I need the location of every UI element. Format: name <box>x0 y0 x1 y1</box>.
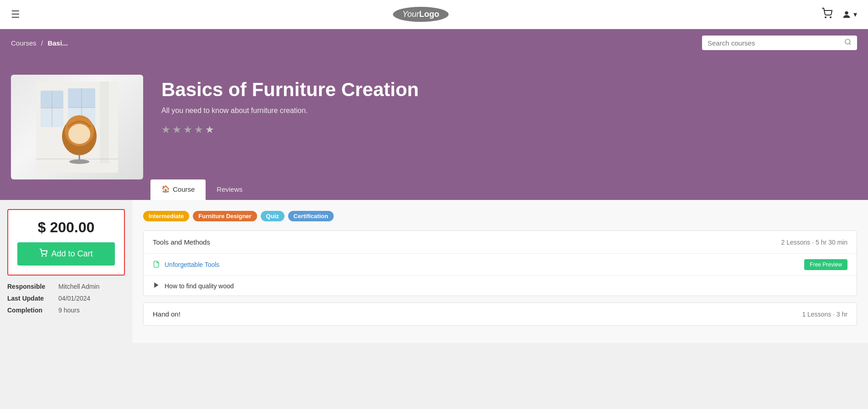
tag-quiz[interactable]: Quiz <box>261 211 284 221</box>
tags-row: Intermediate Furniture Designer Quiz Cer… <box>143 211 857 221</box>
logo-oval: YourLogo <box>393 7 448 22</box>
hamburger-icon[interactable]: ☰ <box>11 9 20 20</box>
meta-info: Responsible Mitchell Admin Last Update 0… <box>7 283 125 314</box>
star-2: ★ <box>172 124 181 136</box>
logo-your: Your <box>402 10 419 19</box>
section-title-2: Hand on! <box>153 310 181 318</box>
hero-section: Basics of Furniture Creation All you nee… <box>0 56 868 179</box>
tabs-bar: 🏠 Course Reviews <box>0 179 868 200</box>
hero-image <box>11 75 143 179</box>
tab-course-label: Course <box>173 185 195 193</box>
star-3: ★ <box>183 124 192 136</box>
tag-furniture-designer[interactable]: Furniture Designer <box>193 211 257 221</box>
add-to-cart-button[interactable]: Add to Cart <box>17 242 115 266</box>
meta-value-lastupdate: 04/01/2024 <box>58 295 90 302</box>
search-input[interactable] <box>708 39 844 47</box>
free-preview-button[interactable]: Free Preview <box>804 259 847 270</box>
section-header-1: Tools and Methods 2 Lessons · 5 hr 30 mi… <box>144 231 857 253</box>
price-display: $ 200.00 <box>17 219 115 236</box>
section-title-1: Tools and Methods <box>153 238 210 246</box>
section-hands-on: Hand on! 1 Lessons · 3 hr <box>143 302 857 326</box>
lesson-quality-wood: How to find quality wood <box>144 276 857 296</box>
meta-row-responsible: Responsible Mitchell Admin <box>7 283 125 290</box>
add-to-cart-label: Add to Cart <box>51 249 93 259</box>
svg-point-22 <box>46 256 47 256</box>
breadcrumb: Courses / Basi... <box>11 39 68 47</box>
price-box: $ 200.00 Add to Cart <box>7 209 125 276</box>
svg-point-18 <box>68 124 90 144</box>
breadcrumb-separator: / <box>41 39 43 47</box>
doc-icon <box>153 261 160 269</box>
breadcrumb-current: Basi... <box>47 39 67 47</box>
tag-intermediate[interactable]: Intermediate <box>143 211 189 221</box>
svg-rect-14 <box>100 82 109 164</box>
meta-label-responsible: Responsible <box>7 283 53 290</box>
top-nav: ☰ YourLogo ▾ <box>0 0 868 29</box>
cart-icon[interactable] <box>822 8 832 21</box>
breadcrumb-bar: Courses / Basi... <box>0 29 868 56</box>
star-4: ★ <box>194 124 203 136</box>
logo: YourLogo <box>393 7 448 22</box>
main-content: $ 200.00 Add to Cart Responsible Mitchel… <box>0 200 868 343</box>
chair-illustration <box>36 82 118 173</box>
lesson-left-2: How to find quality wood <box>153 281 234 290</box>
meta-value-completion: 9 hours <box>58 307 80 314</box>
top-nav-right: ▾ <box>822 8 857 21</box>
svg-point-21 <box>42 256 43 256</box>
lesson-title-wood: How to find quality wood <box>165 282 234 290</box>
tag-certification[interactable]: Certification <box>288 211 334 221</box>
star-5: ★ <box>205 124 214 136</box>
star-rating: ★ ★ ★ ★ ★ <box>161 124 839 136</box>
svg-line-4 <box>849 43 851 45</box>
play-icon <box>153 281 160 290</box>
user-caret: ▾ <box>853 10 857 19</box>
right-panel: Intermediate Furniture Designer Quiz Cer… <box>132 200 868 343</box>
course-title: Basics of Furniture Creation <box>161 79 839 100</box>
home-icon: 🏠 <box>161 185 170 193</box>
meta-label-lastupdate: Last Update <box>7 295 53 302</box>
logo-logo: Logo <box>419 10 439 19</box>
tab-reviews-label: Reviews <box>217 185 243 193</box>
lesson-left-1: Unforgettable Tools <box>153 261 219 269</box>
meta-value-responsible: Mitchell Admin <box>58 283 99 290</box>
svg-point-1 <box>830 17 831 18</box>
tab-reviews[interactable]: Reviews <box>206 179 253 200</box>
svg-point-20 <box>69 159 89 164</box>
svg-marker-23 <box>154 282 158 288</box>
cart-btn-icon <box>39 249 47 259</box>
svg-point-3 <box>845 39 850 44</box>
meta-row-completion: Completion 9 hours <box>7 307 125 314</box>
section-header-2: Hand on! 1 Lessons · 3 hr <box>144 303 857 325</box>
course-subtitle: All you need to know about furniture cre… <box>161 107 839 115</box>
svg-point-0 <box>825 17 826 18</box>
lesson-link-unforgettable[interactable]: Unforgettable Tools <box>165 261 219 268</box>
star-1: ★ <box>161 124 170 136</box>
lesson-unforgettable-tools: Unforgettable Tools Free Preview <box>144 253 857 276</box>
section-tools-methods: Tools and Methods 2 Lessons · 5 hr 30 mi… <box>143 230 857 296</box>
user-icon[interactable]: ▾ <box>842 10 857 20</box>
search-box <box>702 36 857 50</box>
breadcrumb-courses[interactable]: Courses <box>11 39 36 47</box>
left-panel: $ 200.00 Add to Cart Responsible Mitchel… <box>0 200 132 343</box>
hero-info: Basics of Furniture Creation All you nee… <box>143 75 857 140</box>
svg-point-2 <box>845 11 848 14</box>
search-icon <box>844 38 852 47</box>
section-meta-1: 2 Lessons · 5 hr 30 min <box>781 239 847 246</box>
meta-label-completion: Completion <box>7 307 53 314</box>
meta-row-lastupdate: Last Update 04/01/2024 <box>7 295 125 302</box>
tab-course[interactable]: 🏠 Course <box>150 179 206 200</box>
section-meta-2: 1 Lessons · 3 hr <box>802 311 847 318</box>
